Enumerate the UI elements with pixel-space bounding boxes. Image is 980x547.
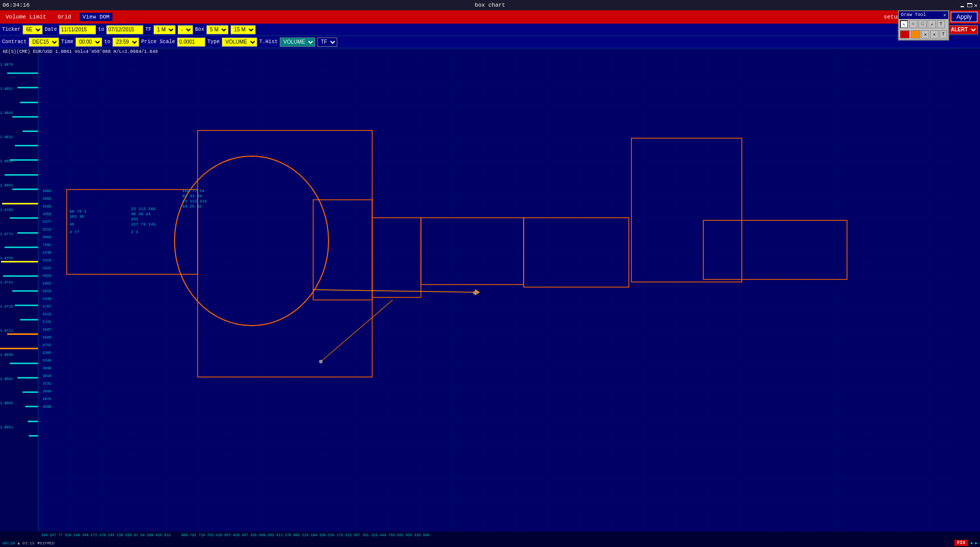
svg-text:6715: 6715 xyxy=(43,343,51,347)
time-from[interactable]: 00:00 xyxy=(75,37,102,47)
svg-text:5024: 5024 xyxy=(43,274,51,278)
box5 xyxy=(421,218,524,285)
svg-text:5624: 5624 xyxy=(43,289,51,293)
date-to[interactable] xyxy=(106,25,143,34)
tf-select1[interactable]: 1 M xyxy=(153,25,176,34)
menu-volume-limit[interactable]: Volume Limit xyxy=(3,13,49,21)
box-label: Box xyxy=(195,27,204,32)
clock: 06:34:16 xyxy=(3,2,30,8)
svg-text:5962: 5962 xyxy=(43,281,51,286)
ticker-select[interactable]: 6E xyxy=(23,25,43,34)
window-title: box chart xyxy=(475,2,505,8)
chart-svg: 159 77 54 82 42 28 23 112 115 33 25 32 2… xyxy=(39,48,952,516)
svg-text:3849: 3849 xyxy=(43,389,51,393)
dt-delete2[interactable]: ✕ xyxy=(930,30,938,39)
price-scale-label: Price Scale xyxy=(141,39,175,45)
chart-area[interactable]: 1.0876 1.0861 1.0846 1.0831 1.0816 1.080… xyxy=(0,48,980,532)
svg-text:5083: 5083 xyxy=(43,189,51,193)
svg-text:33  25  32: 33 25 32 xyxy=(182,204,202,209)
menu-view-dom[interactable]: View DOM xyxy=(80,13,113,21)
toolbar-row2: Contract DEC15 Time 00:00 to 23:59 Price… xyxy=(0,36,980,48)
arrow-line1 xyxy=(313,290,475,292)
svg-text:5305: 5305 xyxy=(43,351,51,355)
close-btn[interactable]: ✕ xyxy=(974,2,977,9)
svg-text:58  79  1: 58 79 1 xyxy=(69,209,87,214)
price-scale-input[interactable] xyxy=(177,37,205,47)
draw-tool-title: Draw Tool ✕ xyxy=(899,11,948,19)
svg-text:5238: 5238 xyxy=(43,251,51,255)
svg-text:6213: 6213 xyxy=(43,228,51,232)
svg-text:23  112  285: 23 112 285 xyxy=(131,206,156,211)
box-select2[interactable]: 15 M xyxy=(230,25,256,34)
draw-tool-row2: ✕ ✕ T xyxy=(899,29,948,40)
svg-text:3349: 3349 xyxy=(43,405,51,409)
svg-text:4358: 4358 xyxy=(43,212,51,216)
dt-text[interactable]: T xyxy=(937,20,945,28)
dt-color-orange[interactable] xyxy=(911,30,920,39)
svg-text:4  77: 4 77 xyxy=(69,230,79,234)
svg-text:6083: 6083 xyxy=(43,235,51,239)
volume-profile: 1.0876 1.0861 1.0846 1.0831 1.0816 1.080… xyxy=(0,48,39,532)
svg-text:5349: 5349 xyxy=(43,359,51,363)
thist-select[interactable]: VOLUME xyxy=(280,37,315,47)
svg-text:23  112  115: 23 112 115 xyxy=(182,199,207,203)
title-bar: 06:34:16 box chart 🗕 🗖 ✕ xyxy=(0,0,980,10)
info-text: 6E(S)(CME) EUR/USD 1.0861 Vol=4'458'088 … xyxy=(3,49,158,54)
time-to[interactable]: 23:59 xyxy=(112,37,139,47)
dt-color-red[interactable] xyxy=(900,30,910,39)
svg-text:103  36: 103 36 xyxy=(69,214,84,219)
maximize-btn[interactable]: 🗖 xyxy=(967,2,972,9)
box6 xyxy=(524,218,629,287)
draw-point1 xyxy=(319,360,322,363)
menu-grid[interactable]: Grid xyxy=(54,13,74,21)
type-label: Type xyxy=(207,39,220,45)
svg-text:5421: 5421 xyxy=(43,266,51,270)
svg-text:5519: 5519 xyxy=(43,312,51,316)
svg-text:159  77  54: 159 77 54 xyxy=(182,188,204,193)
svg-text:5767: 5767 xyxy=(43,305,51,309)
line-select[interactable]: ALERT xyxy=(947,25,978,34)
dt-delete1[interactable]: ✕ xyxy=(921,30,929,39)
svg-text:5587: 5587 xyxy=(43,328,51,332)
svg-text:5583: 5583 xyxy=(43,335,51,339)
svg-text:117  74  141: 117 74 141 xyxy=(131,222,156,227)
date-from[interactable] xyxy=(59,25,96,34)
dt-text2[interactable]: T xyxy=(939,30,947,39)
tf-select2[interactable]: - xyxy=(178,25,193,34)
contract-select[interactable]: DEC15 xyxy=(29,37,59,47)
type-select[interactable]: VOLUME xyxy=(222,37,257,47)
menu-bar: Volume Limit Grid View DOM setup window … xyxy=(0,10,980,24)
dt-cursor[interactable]: ↖ xyxy=(900,20,908,28)
dt-arrow[interactable]: ↗ xyxy=(928,20,936,28)
window-controls[interactable]: 🗕 🗖 ✕ xyxy=(959,2,977,9)
minimize-btn[interactable]: 🗕 xyxy=(959,2,965,9)
date-label: Date xyxy=(45,27,57,32)
svg-text:3840: 3840 xyxy=(43,366,51,370)
svg-text:251: 251 xyxy=(131,217,139,221)
svg-text:4675: 4675 xyxy=(43,397,51,401)
box-select1[interactable]: 5 M xyxy=(206,25,228,34)
svg-text:5882: 5882 xyxy=(43,197,51,201)
draw-tool-close[interactable]: ✕ xyxy=(944,12,946,18)
box4 xyxy=(372,218,421,297)
svg-text:82  42  28: 82 42 28 xyxy=(182,194,202,198)
bottom-volume-bar: 184 247 77 516 148 340 172 179 293 230 3… xyxy=(0,532,980,539)
dt-rect[interactable]: □ xyxy=(918,20,927,28)
apply-button[interactable]: Apply xyxy=(951,12,977,22)
toolbar-row1: Ticker 6E Date to TF 1 M - Box 5 M 15 M … xyxy=(0,24,980,36)
svg-text:3918: 3918 xyxy=(43,374,51,378)
info-bar: 6E(S)(CME) EUR/USD 1.0861 Vol=4'458'088 … xyxy=(0,48,160,55)
draw-tool-row1: ↖ ○ □ ↗ T xyxy=(899,19,948,29)
dt-circle[interactable]: ○ xyxy=(909,20,917,28)
draw-tool-panel: Draw Tool ✕ ↖ ○ □ ↗ T ✕ ✕ T xyxy=(898,10,949,41)
box7 xyxy=(631,138,742,282)
tf-select3[interactable]: TF xyxy=(317,37,337,47)
svg-text:5413: 5413 xyxy=(43,258,51,262)
svg-text:5344: 5344 xyxy=(43,297,51,301)
svg-text:2  3: 2 3 xyxy=(131,230,139,234)
status-bar: 09:28 ▲ 03:15 ▼01FMED FIX ◄ ► xyxy=(0,539,980,547)
time-label: Time xyxy=(61,39,73,45)
draw-point2 xyxy=(473,291,476,294)
svg-text:5377: 5377 xyxy=(43,220,51,224)
fix-badge[interactable]: FIX xyxy=(954,540,968,546)
